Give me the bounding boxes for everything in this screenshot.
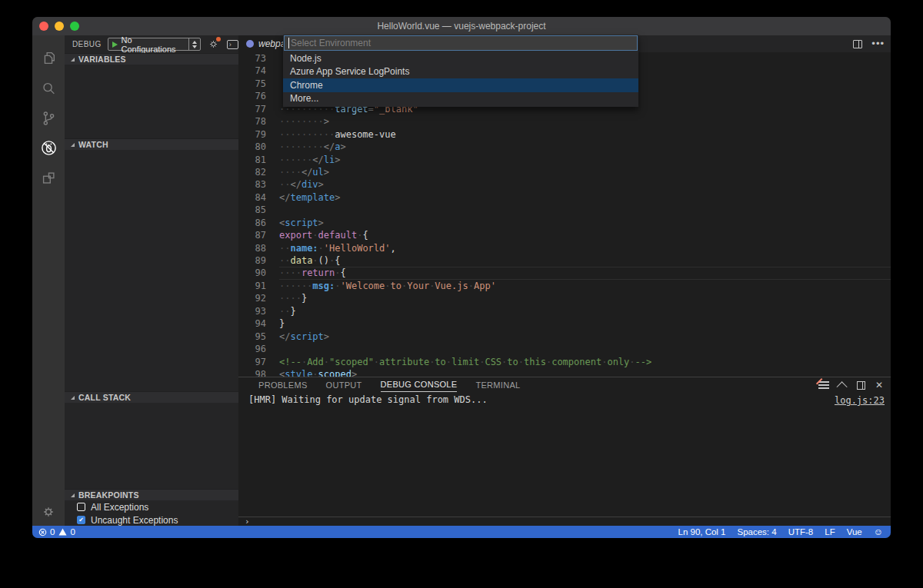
line-number[interactable]: 97 — [238, 356, 266, 368]
settings-gear-icon[interactable] — [32, 504, 65, 520]
code-line-91[interactable]: 91······msg:·'Welcome·to·Your·Vue.js·App… — [238, 280, 891, 292]
code-line-94[interactable]: 94} — [238, 317, 891, 330]
debug-icon[interactable] — [32, 133, 65, 163]
more-actions-icon[interactable]: ••• — [871, 40, 885, 48]
section-header-call-stack[interactable]: CALL STACK — [65, 391, 238, 403]
line-number[interactable]: 76 — [238, 90, 266, 102]
breakpoint-uncaught-exceptions[interactable]: ✔Uncaught Exceptions — [65, 513, 238, 527]
panel-tab-problems[interactable]: PROBLEMS — [258, 379, 308, 392]
code-line-95[interactable]: 95</script> — [238, 331, 891, 343]
line-number[interactable]: 93 — [238, 305, 266, 317]
line-number[interactable]: 96 — [238, 343, 266, 355]
panel-tab-output[interactable]: OUTPUT — [326, 379, 362, 392]
minimize-window-button[interactable] — [55, 22, 64, 31]
quickpick-item-more-[interactable]: More... — [283, 92, 638, 106]
line-number[interactable]: 73 — [238, 52, 266, 65]
cursor-position[interactable]: Ln 90, Col 1 — [678, 527, 726, 537]
line-content: export·default·{ — [279, 229, 891, 241]
checkbox-icon[interactable] — [77, 503, 85, 511]
code-line-82[interactable]: 82····</ul> — [238, 166, 891, 178]
open-debug-console-icon[interactable]: › — [227, 40, 238, 49]
search-icon[interactable] — [32, 73, 65, 103]
filter-icon[interactable] — [818, 381, 829, 390]
line-number[interactable]: 79 — [238, 128, 266, 141]
explorer-icon[interactable] — [32, 43, 65, 73]
code-line-97[interactable]: 97<!--·Add·"scoped"·attribute·to·limit·C… — [238, 356, 891, 368]
code-line-86[interactable]: 86<script> — [238, 217, 891, 229]
section-header-watch[interactable]: WATCH — [65, 138, 238, 150]
line-content — [279, 204, 891, 216]
code-line-92[interactable]: 92····} — [238, 292, 891, 304]
line-number[interactable]: 95 — [238, 331, 266, 343]
line-number[interactable]: 98 — [238, 368, 266, 377]
zoom-window-button[interactable] — [70, 22, 79, 31]
code-line-90[interactable]: 90····return·{ — [238, 267, 891, 279]
smiley-icon[interactable]: ☺ — [874, 527, 883, 537]
quickpick-input[interactable] — [284, 35, 638, 51]
line-number[interactable]: 85 — [238, 204, 266, 216]
line-number[interactable]: 88 — [238, 242, 266, 254]
checkbox-checked-icon[interactable]: ✔ — [77, 516, 85, 524]
quickpick-item-node-js[interactable]: Node.js — [283, 51, 638, 65]
code-line-84[interactable]: 84</template> — [238, 191, 891, 204]
line-number[interactable]: 80 — [238, 141, 266, 153]
close-panel-icon[interactable]: ✕ — [875, 381, 883, 390]
code-line-78[interactable]: 78········> — [238, 115, 891, 128]
line-number[interactable]: 90 — [238, 267, 266, 279]
line-number[interactable]: 87 — [238, 229, 266, 241]
section-header-breakpoints[interactable]: BREAKPOINTS — [65, 489, 238, 500]
code-line-89[interactable]: 89··data·()·{ — [238, 254, 891, 267]
error-count[interactable]: 0 — [38, 527, 55, 537]
encoding[interactable]: UTF-8 — [788, 527, 814, 537]
start-debugging-icon[interactable] — [112, 42, 118, 48]
configuration-label: No Configurations — [122, 35, 188, 54]
breakpoint-all-exceptions[interactable]: All Exceptions — [65, 500, 238, 513]
code-line-83[interactable]: 83··</div> — [238, 178, 891, 191]
line-number[interactable]: 83 — [238, 178, 266, 191]
line-content: ··name:·'HelloWorld', — [279, 242, 891, 254]
code-line-88[interactable]: 88··name:·'HelloWorld', — [238, 242, 891, 254]
split-editor-icon[interactable] — [853, 40, 862, 48]
code-line-93[interactable]: 93··} — [238, 305, 891, 317]
line-number[interactable]: 82 — [238, 166, 266, 178]
line-number[interactable]: 84 — [238, 191, 266, 204]
warning-icon — [58, 528, 67, 536]
code-line-80[interactable]: 80········</a> — [238, 141, 891, 153]
code-line-87[interactable]: 87export·default·{ — [238, 229, 891, 241]
indentation[interactable]: Spaces: 4 — [738, 527, 777, 537]
code-line-96[interactable]: 96 — [238, 343, 891, 355]
language-mode[interactable]: Vue — [847, 527, 862, 537]
extensions-icon[interactable] — [32, 163, 65, 193]
quickpick-item-chrome[interactable]: Chrome — [283, 78, 638, 92]
source-control-icon[interactable] — [32, 103, 65, 133]
code-line-98[interactable]: 98<style·scoped> — [238, 368, 891, 377]
eol-sequence[interactable]: LF — [825, 527, 835, 537]
line-number[interactable]: 86 — [238, 217, 266, 229]
section-header-variables[interactable]: VARIABLES — [65, 53, 238, 65]
twistie-icon — [71, 58, 75, 61]
line-content: <script> — [279, 217, 891, 229]
line-number[interactable]: 91 — [238, 280, 266, 292]
line-number[interactable]: 74 — [238, 65, 266, 77]
line-number[interactable]: 81 — [238, 154, 266, 166]
code-line-81[interactable]: 81······</li> — [238, 154, 891, 166]
console-source-link[interactable]: log.js:23 — [835, 395, 885, 406]
code-line-85[interactable]: 85 — [238, 204, 891, 216]
warning-count[interactable]: 0 — [58, 527, 75, 537]
restore-panel-icon[interactable] — [857, 381, 865, 390]
line-number[interactable]: 77 — [238, 103, 266, 115]
line-number[interactable]: 89 — [238, 254, 266, 267]
panel-tab-debug-console[interactable]: DEBUG CONSOLE — [381, 378, 458, 392]
line-number[interactable]: 75 — [238, 78, 266, 90]
panel-tab-terminal[interactable]: TERMINAL — [475, 379, 520, 392]
configure-gear-icon[interactable] — [208, 38, 219, 50]
code-line-79[interactable]: 79··········awesome-vue — [238, 128, 891, 141]
launch-configuration-dropdown[interactable]: No Configurations — [108, 38, 201, 51]
quickpick-item-azure-app-service-logpoints[interactable]: Azure App Service LogPoints — [283, 65, 638, 79]
line-number[interactable]: 94 — [238, 317, 266, 330]
maximize-panel-icon[interactable] — [836, 381, 847, 392]
close-window-button[interactable] — [39, 22, 48, 31]
console-input-row[interactable]: › — [238, 517, 891, 526]
line-number[interactable]: 78 — [238, 115, 266, 128]
line-number[interactable]: 92 — [238, 292, 266, 304]
